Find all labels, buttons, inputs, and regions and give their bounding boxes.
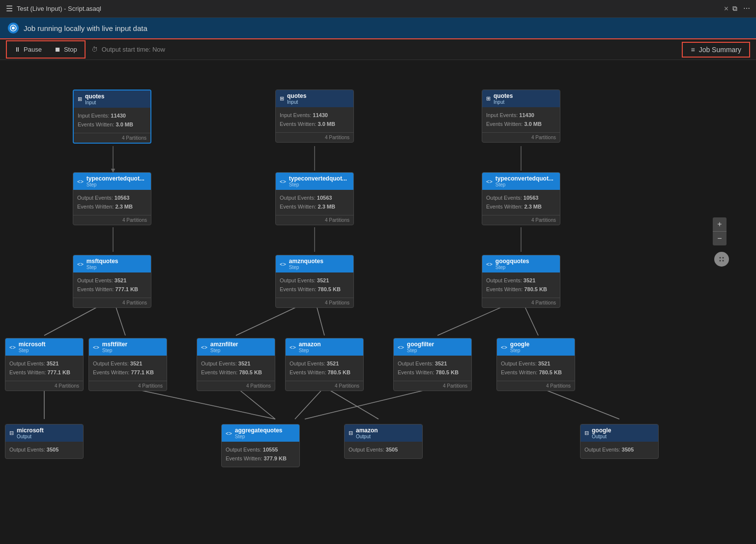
node-body: Output Events: 3521 Events Written: 780.…: [276, 272, 353, 298]
amazon-output-node[interactable]: ⊟ amazon Output Output Events: 3505: [344, 424, 423, 459]
node-title-group: amazon Output: [356, 427, 418, 439]
step-icon: <>: [201, 344, 207, 350]
node-footer: 4 Partitions: [482, 132, 560, 142]
node-footer: 4 Partitions: [74, 133, 150, 143]
aggregatequotes-node[interactable]: <> aggregatequotes Step Output Events: 1…: [221, 424, 300, 467]
node-type: Step: [299, 348, 359, 353]
step-icon: <>: [77, 179, 84, 184]
node-name: google: [510, 341, 571, 348]
diagram-area[interactable]: ⊞ quotes Input Input Events: 11430 Event…: [0, 60, 756, 544]
node-name: microsoft: [17, 427, 79, 434]
node-type: Step: [510, 348, 571, 353]
stop-label: Stop: [64, 46, 77, 53]
node-footer: 4 Partitions: [394, 381, 471, 391]
node-header: <> microsoft Step: [5, 338, 83, 356]
job-summary-button[interactable]: ≡ Job Summary: [682, 42, 750, 58]
status-bar: Job running locally with live input data: [0, 18, 756, 38]
input-icon: ⊞: [486, 95, 491, 102]
node-body: Output Events: 3505: [345, 442, 422, 458]
node-body: Output Events: 10563 Events Written: 2.3…: [276, 190, 353, 215]
node-type: Step: [210, 348, 271, 353]
step-icon: <>: [77, 261, 84, 267]
col3-input-node[interactable]: ⊞ quotes Input Input Events: 11430 Event…: [482, 90, 560, 143]
node-type: Step: [289, 182, 349, 187]
stat-value: 11430: [111, 113, 126, 119]
node-footer: 4 Partitions: [497, 381, 575, 391]
amznfilter-node[interactable]: <> amznfilter Step Output Events: 3521 E…: [197, 338, 275, 391]
msftfilter-node[interactable]: <> msftfilter Step Output Events: 3521 E…: [88, 338, 167, 391]
pause-label: Pause: [24, 46, 42, 53]
zoom-in-button[interactable]: +: [713, 217, 727, 231]
zoom-out-button[interactable]: −: [713, 232, 727, 245]
node-type: Input: [85, 100, 146, 105]
step-icon: <>: [501, 344, 507, 350]
pause-button[interactable]: ⏸ Pause: [8, 42, 48, 57]
google-step-node[interactable]: <> google Step Output Events: 3521 Event…: [496, 338, 575, 391]
node-header: <> typeconvertedquot... Step: [482, 173, 560, 190]
zoom-controls: + −: [713, 217, 727, 245]
node-title-group: amznquotes Step: [289, 258, 349, 270]
node-body: Output Events: 10555 Events Written: 377…: [222, 442, 299, 467]
node-header: <> amznfilter Step: [197, 338, 275, 356]
node-title-group: typeconvertedquot... Step: [87, 175, 147, 187]
node-footer: 4 Partitions: [276, 298, 353, 307]
node-type: Step: [102, 348, 163, 353]
col3-step1-node[interactable]: <> typeconvertedquot... Step Output Even…: [482, 172, 560, 225]
node-header: ⊟ amazon Output: [345, 424, 422, 442]
node-title-group: amazon Step: [299, 341, 359, 353]
amznquotes-node[interactable]: <> amznquotes Step Output Events: 3521 E…: [275, 255, 354, 308]
drag-handle[interactable]: [714, 252, 729, 267]
col2-input-node[interactable]: ⊞ quotes Input Input Events: 11430 Event…: [275, 90, 354, 143]
node-title-group: googfilter Step: [407, 341, 467, 353]
node-footer: 4 Partitions: [89, 381, 167, 391]
node-footer: 4 Partitions: [276, 215, 353, 225]
google-output-node[interactable]: ⊟ google Output Output Events: 3505: [580, 424, 659, 459]
googfilter-node[interactable]: <> googfilter Step Output Events: 3521 E…: [393, 338, 472, 391]
node-footer: 4 Partitions: [482, 215, 560, 225]
node-title-group: typeconvertedquot... Step: [289, 175, 349, 187]
split-editor-icon[interactable]: ⧉: [732, 4, 737, 13]
node-header: ⊟ google Output: [581, 424, 658, 442]
node-header: <> msftfilter Step: [89, 338, 167, 356]
node-header: <> typeconvertedquot... Step: [73, 173, 151, 190]
svg-point-22: [723, 257, 724, 259]
stat-label: Events Written:: [78, 121, 114, 127]
step-icon: <>: [486, 261, 493, 267]
node-header: ⊞ quotes Input: [482, 90, 560, 107]
svg-line-15: [125, 387, 275, 419]
more-actions-icon[interactable]: ⋯: [743, 4, 750, 13]
clock-icon: ⏱: [91, 46, 98, 53]
node-body: Output Events: 3521 Events Written: 780.…: [497, 356, 575, 381]
col1-input-node[interactable]: ⊞ quotes Input Input Events: 11430 Event…: [73, 90, 151, 144]
microsoft-output-node[interactable]: ⊟ microsoft Output Output Events: 3505: [5, 424, 84, 459]
node-title-group: google Step: [510, 341, 571, 353]
node-title-group: googquotes Step: [495, 258, 556, 270]
stop-button[interactable]: ⏹ Stop: [48, 42, 84, 57]
googquotes-node[interactable]: <> googquotes Step Output Events: 3521 E…: [482, 255, 560, 308]
msftquotes-node[interactable]: <> msftquotes Step Output Events: 3521 E…: [73, 255, 151, 308]
node-footer: 4 Partitions: [286, 381, 363, 391]
pause-stop-group: ⏸ Pause ⏹ Stop: [6, 40, 86, 59]
status-message: Job running locally with live input data: [24, 24, 147, 32]
node-name: google: [592, 427, 654, 434]
col2-step1-node[interactable]: <> typeconvertedquot... Step Output Even…: [275, 172, 354, 225]
node-title-group: microsoft Output: [17, 427, 79, 439]
input-icon: ⊞: [78, 96, 82, 102]
close-tab-icon[interactable]: ×: [724, 4, 728, 13]
svg-point-1: [12, 27, 15, 30]
node-footer: 4 Partitions: [197, 381, 275, 391]
amazon-step-node[interactable]: <> amazon Step Output Events: 3521 Event…: [285, 338, 364, 391]
node-title-group: quotes Input: [494, 92, 556, 105]
microsoft-step-node[interactable]: <> microsoft Step Output Events: 3521 Ev…: [5, 338, 84, 391]
partitions-label: 4 Partitions: [122, 135, 146, 141]
svg-point-21: [720, 257, 721, 259]
col1-step1-node[interactable]: <> typeconvertedquot... Step Output Even…: [73, 172, 151, 225]
title-bar: ☰ Test (Live Input) - Script.asaql × ⧉ ⋯: [0, 0, 756, 18]
node-name: quotes: [494, 92, 556, 99]
node-name: quotes: [287, 92, 349, 99]
output-icon: ⊟: [349, 430, 353, 436]
node-type: Step: [495, 182, 556, 187]
menu-icon[interactable]: ☰: [6, 4, 13, 13]
step-icon: <>: [93, 344, 99, 350]
node-name: msftfilter: [102, 341, 163, 348]
